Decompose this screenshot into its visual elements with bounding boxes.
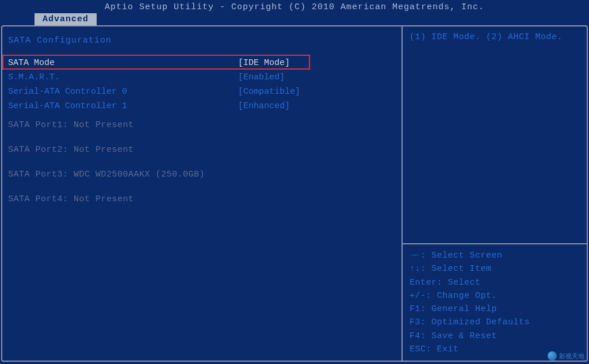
bios-left-panel: SATA Configuration SATA Mode [IDE Mode] … [2, 26, 403, 361]
help-key-save-reset: F4: Save & Reset [410, 329, 580, 343]
watermark-icon [548, 351, 557, 361]
setting-label: Serial-ATA Controller 1 [8, 101, 238, 111]
bios-main-frame: SATA Configuration SATA Mode [IDE Mode] … [1, 25, 588, 362]
help-key-optimized-defaults: F3: Optimized Defaults [410, 316, 580, 329]
sata-port-4: SATA Port4: Not Present [2, 191, 401, 216]
setting-value: [Compatible] [238, 87, 300, 97]
setting-value: [IDE Mode] [238, 58, 290, 68]
section-title: SATA Configuration [2, 32, 401, 49]
bios-title: Aptio Setup Utility - Copyright (C) 2010… [0, 0, 589, 13]
setting-label: SATA Mode [8, 58, 238, 68]
help-key-list: →←: Select Screen ↑↓: Select Item Enter:… [403, 244, 587, 361]
watermark: 影视天地 [548, 351, 584, 361]
sata-port-2: SATA Port2: Not Present [2, 141, 401, 166]
setting-sata-controller-0[interactable]: Serial-ATA Controller 0 [Compatible] [2, 86, 401, 98]
setting-value: [Enhanced] [238, 101, 290, 111]
tab-advanced[interactable]: Advanced [35, 13, 97, 25]
help-key-enter: Enter: Select [410, 276, 580, 289]
setting-label: Serial-ATA Controller 0 [8, 87, 238, 97]
bios-tabs: Advanced [0, 13, 589, 25]
sata-port-1: SATA Port1: Not Present [2, 117, 401, 141]
bios-right-panel: (1) IDE Mode. (2) AHCI Mode. →←: Select … [403, 26, 587, 361]
setting-value: [Enabled] [238, 72, 285, 82]
setting-sata-controller-1[interactable]: Serial-ATA Controller 1 [Enhanced] [2, 100, 401, 112]
help-key-general-help: F1: General Help [410, 302, 580, 316]
setting-sata-mode[interactable]: SATA Mode [IDE Mode] [2, 57, 401, 69]
help-key-select-screen: →←: Select Screen [410, 249, 580, 262]
help-key-change-opt: +/-: Change Opt. [410, 289, 580, 302]
help-key-select-item: ↑↓: Select Item [410, 262, 580, 275]
setting-smart[interactable]: S.M.A.R.T. [Enabled] [2, 71, 401, 83]
option-help-text: (1) IDE Mode. (2) AHCI Mode. [403, 26, 587, 48]
setting-label: S.M.A.R.T. [8, 72, 238, 82]
sata-port-3: SATA Port3: WDC WD2500AAKX (250.0GB) [2, 166, 401, 191]
watermark-text: 影视天地 [559, 352, 584, 361]
